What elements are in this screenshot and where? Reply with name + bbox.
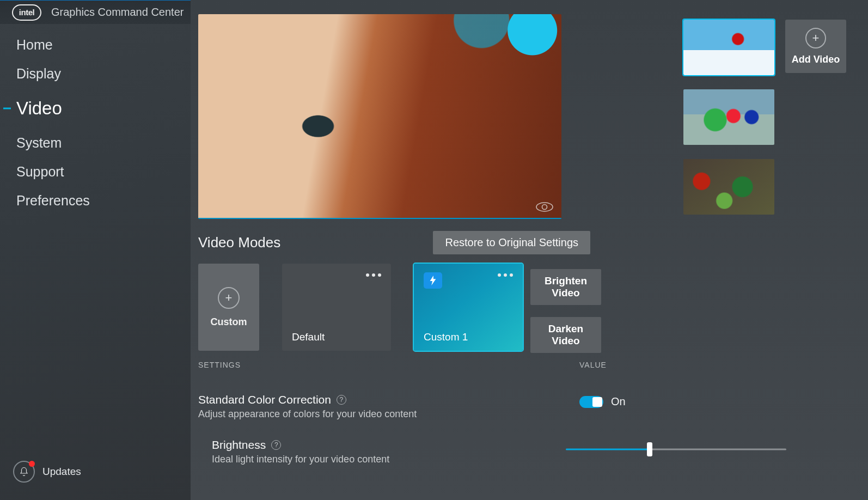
value-header: VALUE <box>579 361 607 369</box>
video-modes-header: Video Modes Restore to Original Settings <box>198 231 846 254</box>
sample-thumb-2[interactable] <box>683 89 774 145</box>
brightness-slider[interactable] <box>566 443 786 456</box>
video-modes-title: Video Modes <box>198 234 280 251</box>
plus-icon: + <box>218 287 240 309</box>
scc-title: Standard Color Correction ? <box>198 393 579 406</box>
sample-thumb-3[interactable] <box>683 159 774 215</box>
nav-home[interactable]: Home <box>0 31 191 59</box>
video-modes-row: + Custom Default Custom 1 Brighten Video… <box>198 264 601 353</box>
bolt-icon <box>424 272 442 289</box>
more-icon[interactable] <box>366 273 381 277</box>
app-title: Graphics Command Center <box>51 6 184 19</box>
main-content: + Add Video Video Modes Restore to Origi… <box>191 0 868 500</box>
notification-dot-icon <box>29 461 35 467</box>
sample-thumbnail-list <box>683 20 774 215</box>
darken-video-button[interactable]: Darken Video <box>530 317 601 353</box>
sample-thumb-1[interactable] <box>683 20 774 75</box>
help-icon[interactable]: ? <box>337 395 346 405</box>
brighten-video-button[interactable]: Brighten Video <box>530 269 601 305</box>
video-preview <box>198 14 561 219</box>
add-video-label: Add Video <box>792 54 840 65</box>
intel-logo: intel <box>12 4 41 21</box>
settings-column-headers: SETTINGS VALUE <box>198 361 846 369</box>
scc-title-text: Standard Color Correction <box>198 393 331 406</box>
setting-brightness: Brightness ? Ideal light intensity for y… <box>198 438 846 465</box>
quick-actions: Brighten Video Darken Video <box>530 269 601 353</box>
brightness-desc: Ideal light intensity for your video con… <box>212 454 566 465</box>
eye-icon <box>535 202 554 212</box>
svg-point-4 <box>536 203 553 211</box>
settings-header: SETTINGS <box>198 361 579 369</box>
nav-support[interactable]: Support <box>0 157 191 186</box>
setting-standard-color-correction: Standard Color Correction ? Adjust appea… <box>198 393 846 420</box>
add-custom-mode-button[interactable]: + Custom <box>198 264 259 351</box>
help-icon[interactable]: ? <box>271 440 281 450</box>
slider-thumb[interactable] <box>647 442 652 456</box>
sidebar: Home Display Video System Support Prefer… <box>0 24 191 500</box>
nav-video[interactable]: Video <box>0 88 191 129</box>
scc-value: On <box>579 395 626 408</box>
settings-area: SETTINGS VALUE Standard Color Correction… <box>198 361 846 465</box>
svg-point-5 <box>542 205 547 210</box>
nav-preferences[interactable]: Preferences <box>0 186 191 215</box>
mode-card-custom1[interactable]: Custom 1 <box>414 264 523 351</box>
brightness-title-text: Brightness <box>212 438 266 452</box>
nav-display[interactable]: Display <box>0 59 191 88</box>
custom-mode-label: Custom <box>211 316 247 328</box>
nav-system[interactable]: System <box>0 129 191 157</box>
mode-card-label: Default <box>292 331 325 343</box>
plus-icon: + <box>805 28 826 48</box>
scc-toggle[interactable] <box>579 396 603 408</box>
slider-track <box>566 449 786 450</box>
scc-toggle-label: On <box>611 395 626 408</box>
mode-card-label: Custom 1 <box>424 331 468 343</box>
brightness-title: Brightness ? <box>212 438 566 452</box>
updates-label: Updates <box>42 466 81 478</box>
restore-settings-button[interactable]: Restore to Original Settings <box>433 231 590 254</box>
bell-icon <box>13 461 35 483</box>
more-icon[interactable] <box>498 273 513 277</box>
add-video-button[interactable]: + Add Video <box>785 20 846 73</box>
updates-button[interactable]: Updates <box>13 461 81 483</box>
scc-desc: Adjust appearance of colors for your vid… <box>198 408 579 420</box>
mode-card-default[interactable]: Default <box>282 264 391 351</box>
